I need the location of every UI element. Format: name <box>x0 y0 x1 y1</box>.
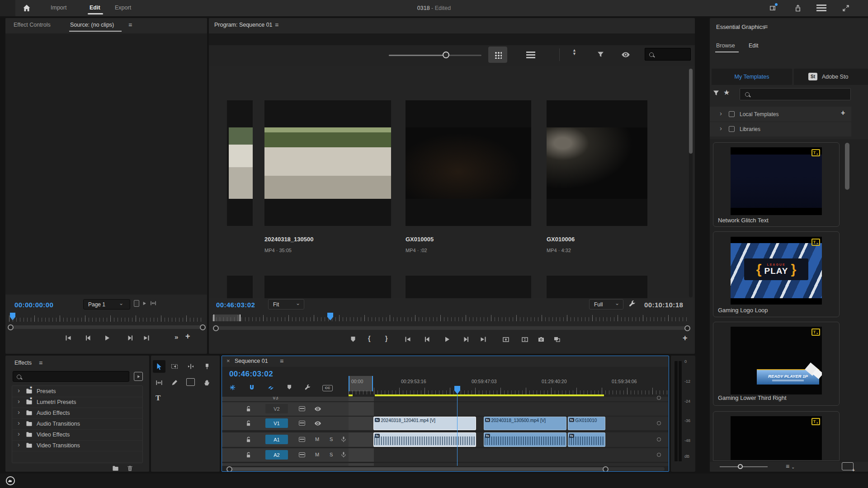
page-thumbnail-icon[interactable] <box>134 300 139 307</box>
track-height-knob[interactable] <box>657 437 661 441</box>
ripple-edit-tool[interactable] <box>184 360 197 373</box>
track-target-v1[interactable]: V1 <box>265 418 288 428</box>
effects-bin-presets[interactable]: › ★ Presets <box>12 386 142 397</box>
track-target-a1[interactable]: A1 <box>265 435 288 444</box>
effects-search-input[interactable] <box>13 371 129 382</box>
lift-button[interactable] <box>502 336 509 343</box>
templates-search-input[interactable] <box>740 88 851 100</box>
zoom-level-select[interactable]: Fit ⌄ <box>268 299 304 310</box>
tab-sequence-01[interactable]: Sequence 01 <box>235 358 268 364</box>
slip-tool[interactable] <box>153 376 165 389</box>
delete-icon[interactable] <box>127 465 133 472</box>
hand-tool[interactable] <box>201 376 213 389</box>
source-timecode[interactable]: 00:00:00:00 <box>14 301 53 309</box>
sync-lock-icon[interactable] <box>299 437 305 442</box>
track-height-knob[interactable] <box>657 453 661 457</box>
add-template-plus-button[interactable]: + <box>841 109 845 117</box>
go-to-in-button[interactable] <box>65 334 72 342</box>
export-frame-button[interactable] <box>538 336 545 343</box>
chevron-right-icon[interactable]: › <box>18 386 20 394</box>
mute-button[interactable]: M <box>315 436 319 442</box>
timeline-panel-menu-icon[interactable]: ≡ <box>280 357 283 365</box>
track-label[interactable]: V3 <box>273 397 278 400</box>
media-grid-scrollbar-thumb[interactable] <box>689 69 693 154</box>
new-custom-bin-icon[interactable] <box>134 372 143 381</box>
media-search-input[interactable] <box>645 48 691 61</box>
timeline-scrollbar-left-handle[interactable] <box>226 466 232 472</box>
segment-adobe-stock[interactable]: St Adobe Sto <box>794 69 868 85</box>
page-next-icon[interactable] <box>142 301 147 306</box>
work-area-bar[interactable] <box>375 394 604 396</box>
timeline-clip-audio[interactable]: fx <box>373 432 476 447</box>
filter-icon[interactable] <box>597 51 604 58</box>
timeline-scrollbar-range[interactable] <box>229 467 605 471</box>
chevron-right-icon[interactable]: › <box>18 419 20 427</box>
play-button[interactable] <box>443 336 451 343</box>
sync-lock-icon[interactable] <box>299 452 305 457</box>
pen-tool[interactable] <box>168 376 181 389</box>
mark-out-button[interactable]: } <box>385 335 387 342</box>
template-card-partial[interactable]: T▲ <box>713 411 840 461</box>
sync-lock-icon[interactable] <box>299 421 305 426</box>
source-panel-menu-icon[interactable]: ≡ <box>128 21 132 28</box>
step-forward-button[interactable] <box>462 336 470 343</box>
fullscreen-button[interactable] <box>841 4 851 13</box>
tab-program-sequence[interactable]: Program: Sequence 01 <box>214 22 273 28</box>
more-buttons-chevron[interactable]: » <box>175 333 178 341</box>
media-tile-next-row[interactable] <box>406 276 531 298</box>
solo-button[interactable]: S <box>330 436 333 442</box>
chevron-right-icon[interactable]: › <box>18 430 20 437</box>
checkbox[interactable] <box>729 111 735 117</box>
tab-edit[interactable]: Edit <box>90 5 100 11</box>
timeline-clip-video[interactable]: fx 20240318_120401.mp4 [V] <box>373 417 476 430</box>
timeline-timecode[interactable]: 00:46:03:02 <box>229 370 273 379</box>
workspaces-menu-button[interactable] <box>816 5 826 12</box>
chevron-right-icon[interactable]: › <box>720 124 722 132</box>
media-item-name[interactable]: 20240318_130500 <box>264 236 313 243</box>
list-view-button[interactable] <box>525 51 536 59</box>
track-body[interactable] <box>374 402 668 416</box>
track-lock-icon[interactable] <box>245 452 252 458</box>
track-output-eye-icon[interactable] <box>314 420 321 427</box>
template-card-gaming-logo-loop[interactable]: { LEAGUE PLAY } T▲ Gaming Logo Loop <box>713 231 840 317</box>
chevron-right-icon[interactable]: › <box>720 109 722 117</box>
new-bin-icon[interactable] <box>112 465 119 472</box>
media-tile[interactable] <box>264 100 391 226</box>
media-grid-scrollbar[interactable] <box>689 69 693 297</box>
linked-selection-icon[interactable] <box>267 384 274 391</box>
playback-resolution-select[interactable]: Full ⌄ <box>589 299 623 310</box>
timeline-clip-audio[interactable]: fx <box>568 432 605 447</box>
captions-button[interactable]: CC <box>322 385 333 391</box>
thumbnail-size-slider-knob[interactable] <box>443 52 449 58</box>
template-size-slider[interactable] <box>720 466 768 467</box>
settings-wrench-icon[interactable] <box>628 300 636 308</box>
template-card-network-glitch-text[interactable]: T▲ Network Glitch Text <box>713 142 840 227</box>
tab-edit[interactable]: Edit <box>749 42 759 49</box>
chevron-right-icon[interactable]: › <box>18 441 20 448</box>
effects-bin-video-effects[interactable]: › Video Effects <box>12 429 142 441</box>
extract-button[interactable] <box>521 336 528 343</box>
go-to-out-button[interactable] <box>143 334 150 342</box>
snap-magnet-icon[interactable] <box>248 384 255 391</box>
button-editor-plus[interactable]: + <box>185 332 190 341</box>
quick-export-button[interactable] <box>793 4 803 13</box>
step-back-button[interactable] <box>424 336 431 343</box>
source-scrollbar[interactable] <box>9 325 204 329</box>
timeline-clip-audio[interactable]: fx <box>484 432 566 447</box>
template-size-slider-knob[interactable] <box>738 464 743 469</box>
media-tile-next-row[interactable] <box>264 276 391 298</box>
source-scrollbar-left-handle[interactable] <box>8 324 14 330</box>
button-editor-plus[interactable]: + <box>683 333 688 343</box>
media-item-name[interactable]: GX010005 <box>406 236 434 243</box>
program-scrollbar[interactable] <box>214 326 689 330</box>
filter-icon[interactable] <box>712 89 720 97</box>
track-select-forward-tool[interactable] <box>168 360 181 373</box>
effects-bin-audio-transitions[interactable]: › Audio Transitions <box>12 418 142 430</box>
add-marker-button[interactable] <box>349 336 357 343</box>
media-tile-partial[interactable] <box>227 100 253 226</box>
timeline-playhead-line[interactable] <box>457 393 458 466</box>
effects-bin-audio-effects[interactable]: › Audio Effects <box>12 408 142 419</box>
creative-cloud-icon[interactable] <box>5 476 15 486</box>
go-to-out-button[interactable] <box>480 336 487 343</box>
track-height-knob[interactable] <box>657 421 661 425</box>
